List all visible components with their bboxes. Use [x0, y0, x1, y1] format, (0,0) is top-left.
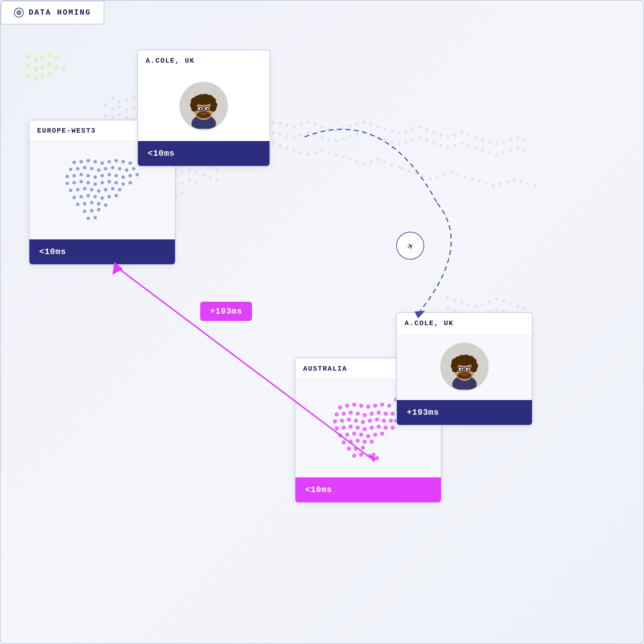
latency-badge: +193ms — [200, 302, 252, 321]
svg-point-424 — [345, 433, 349, 437]
svg-point-383 — [338, 405, 342, 410]
svg-point-431 — [349, 440, 353, 444]
svg-point-110 — [355, 132, 359, 136]
svg-point-67 — [348, 124, 352, 127]
svg-point-434 — [370, 440, 374, 444]
svg-point-166 — [188, 179, 191, 182]
svg-point-430 — [342, 440, 346, 444]
svg-point-426 — [359, 433, 363, 437]
svg-point-66 — [341, 126, 345, 130]
svg-point-216 — [498, 182, 502, 186]
svg-point-125 — [460, 141, 463, 145]
svg-point-158 — [216, 179, 219, 182]
airplane-circle: ✈ — [396, 232, 424, 260]
svg-point-221 — [533, 184, 537, 188]
svg-point-87 — [488, 140, 491, 144]
svg-point-305 — [97, 168, 100, 172]
svg-point-295 — [93, 160, 97, 163]
svg-point-294 — [86, 159, 90, 162]
svg-point-278 — [47, 62, 52, 67]
svg-point-112 — [369, 133, 373, 137]
svg-point-320 — [128, 174, 132, 177]
svg-point-234 — [446, 306, 449, 310]
svg-point-215 — [491, 184, 495, 188]
svg-point-346 — [114, 194, 118, 197]
svg-point-428 — [373, 433, 377, 437]
svg-point-387 — [366, 405, 370, 409]
svg-point-356 — [93, 216, 97, 219]
svg-point-224 — [460, 301, 463, 304]
svg-point-126 — [467, 144, 470, 147]
svg-point-157 — [209, 176, 212, 180]
svg-point-153 — [181, 171, 184, 174]
svg-point-385 — [352, 402, 356, 407]
svg-point-435 — [347, 447, 351, 451]
svg-point-230 — [502, 299, 505, 303]
svg-point-212 — [470, 178, 474, 181]
svg-point-79 — [432, 131, 435, 134]
svg-point-222 — [446, 296, 449, 299]
svg-point-0 — [111, 97, 114, 100]
svg-point-467 — [457, 372, 471, 379]
svg-point-284 — [47, 72, 52, 77]
svg-point-130 — [495, 153, 498, 156]
svg-point-384 — [345, 404, 349, 408]
svg-point-302 — [76, 167, 79, 170]
svg-point-429 — [380, 432, 384, 436]
svg-point-270 — [26, 54, 31, 59]
svg-point-22 — [111, 116, 114, 119]
svg-point-407 — [354, 419, 358, 423]
svg-point-312 — [72, 174, 76, 177]
svg-point-438 — [352, 454, 356, 458]
svg-point-220 — [526, 182, 530, 186]
svg-point-460 — [467, 369, 469, 371]
svg-point-412 — [389, 419, 393, 423]
svg-point-306 — [104, 167, 107, 170]
svg-point-228 — [488, 300, 491, 303]
svg-point-62 — [313, 123, 317, 126]
svg-point-423 — [338, 433, 342, 438]
svg-point-382 — [197, 111, 211, 118]
svg-point-85 — [474, 136, 477, 139]
svg-point-304 — [90, 167, 93, 170]
svg-point-330 — [121, 182, 125, 186]
svg-point-10 — [132, 106, 135, 110]
avatar-top — [179, 82, 228, 131]
svg-point-121 — [432, 141, 435, 145]
svg-point-411 — [382, 419, 386, 423]
svg-point-420 — [377, 425, 381, 429]
svg-point-337 — [104, 188, 107, 191]
svg-point-332 — [69, 189, 72, 192]
svg-point-323 — [72, 181, 76, 184]
svg-point-261 — [341, 155, 345, 159]
svg-point-345 — [107, 195, 111, 198]
svg-point-78 — [425, 128, 428, 132]
svg-point-339 — [118, 188, 121, 191]
svg-point-353 — [90, 209, 93, 212]
svg-point-317 — [107, 173, 111, 176]
svg-point-131 — [502, 151, 505, 154]
svg-point-279 — [54, 65, 59, 70]
header-tab: DATA HOMING — [1, 1, 104, 24]
svg-point-327 — [100, 181, 104, 184]
person-top-photo — [138, 71, 270, 141]
svg-point-88 — [495, 142, 498, 146]
svg-point-233 — [523, 306, 526, 310]
svg-point-266 — [376, 158, 380, 161]
svg-point-89 — [502, 140, 505, 144]
svg-point-425 — [352, 432, 356, 436]
svg-point-104 — [313, 133, 317, 137]
svg-point-106 — [327, 138, 331, 141]
svg-point-427 — [366, 434, 370, 438]
svg-point-399 — [391, 412, 395, 416]
svg-point-109 — [348, 134, 352, 138]
svg-point-146 — [216, 168, 219, 172]
svg-point-90 — [509, 138, 512, 141]
svg-point-23 — [118, 113, 121, 117]
svg-point-251 — [271, 141, 275, 145]
svg-point-102 — [299, 133, 303, 137]
svg-point-417 — [356, 426, 360, 430]
svg-point-82 — [453, 133, 456, 137]
svg-point-132 — [509, 148, 512, 152]
svg-point-173 — [181, 192, 184, 195]
